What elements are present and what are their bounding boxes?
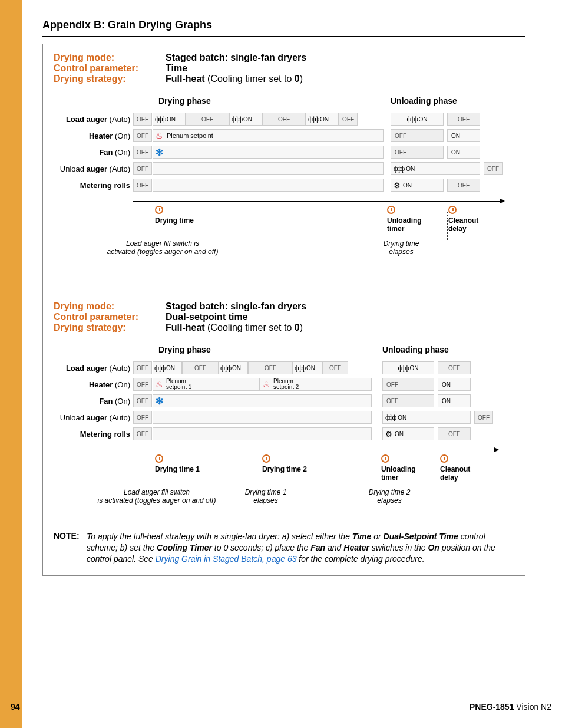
clock-icon <box>448 206 457 216</box>
footnote-drying-elapses: Drying timeelapses <box>366 239 437 256</box>
cell <box>153 411 372 424</box>
cell: ♨Plenum setpoint 2 <box>260 378 372 391</box>
cell: OFF <box>447 113 480 126</box>
cell: OFF <box>339 113 358 126</box>
chart-1: Drying phase Unloading phase Load auger … <box>54 95 514 272</box>
cell: OFF <box>447 179 480 192</box>
note-block: NOTE: To apply the full-heat strategy wi… <box>54 531 514 565</box>
auger-icon: ффф <box>220 364 230 373</box>
lbl-strategy: Drying strategy: <box>54 74 166 84</box>
row-heater: Heater (On) <box>54 129 130 143</box>
cell: ON <box>438 378 471 391</box>
auger-icon: ффф <box>394 164 404 173</box>
cell: OFF <box>438 361 471 374</box>
cell: ✻ <box>153 146 384 159</box>
cell <box>153 179 384 192</box>
cell: OFF <box>438 427 471 440</box>
cell: ♨Plenum setpoint <box>153 129 384 142</box>
page-footer: 94 PNEG-1851 Vision N2 <box>11 702 551 711</box>
row-metering: Metering rolls <box>54 179 130 193</box>
lbl-drying-time-2: Drying time 2 <box>262 465 307 473</box>
val-strategy: Full-heat (Cooling timer set to 0) <box>166 74 303 84</box>
cell: OFF <box>474 411 493 424</box>
cell: ффф ON <box>229 113 262 126</box>
cell: OFF <box>133 146 152 159</box>
cell: ффф ON <box>153 361 182 374</box>
cell: ✻ <box>153 394 372 407</box>
gear-icon: ⚙ <box>394 181 401 190</box>
footnote-dt1: Drying time 1elapses <box>236 488 295 505</box>
row-unload-auger: Unload auger (Auto) <box>54 411 130 425</box>
lbl-drying-time: Drying time <box>155 216 194 225</box>
lbl-unloading-timer: Unloading timer <box>387 216 428 233</box>
lbl-unloading-timer: Unloading timer <box>381 465 422 482</box>
cell: OFF <box>322 361 348 374</box>
section2-header: Drying mode: Staged batch: single-fan dr… <box>54 301 514 333</box>
cell: ⚙ON <box>391 179 444 192</box>
cell: OFF <box>133 411 152 424</box>
auger-icon: ффф <box>232 115 242 124</box>
chart-2: Drying phase Unloading phase Load auger … <box>54 344 514 521</box>
auger-icon: ффф <box>154 364 164 373</box>
cell: ON <box>447 146 480 159</box>
cell: ON <box>438 394 471 407</box>
lbl-cleanout-delay: Cleanout delay <box>448 216 485 233</box>
auger-icon: ффф <box>308 115 318 124</box>
timeline-arrow <box>133 201 504 202</box>
footnote-load-auger: Load auger fill switchis activated (togg… <box>83 488 230 505</box>
auger-icon: ффф <box>407 115 417 124</box>
cell: OFF <box>133 378 152 391</box>
cell: фффON <box>391 162 480 175</box>
val-drying-mode: Staged batch: single-fan dryers <box>166 301 306 312</box>
cell: OFF <box>133 427 152 440</box>
auger-icon: ффф <box>398 364 408 373</box>
doc-id: PNEG-1851 Vision N2 <box>470 702 551 711</box>
appendix-title: Appendix B: Grain Drying Graphs <box>42 19 525 37</box>
cell: OFF <box>133 361 152 374</box>
lbl-drying-phase: Drying phase <box>158 345 211 354</box>
note-label: NOTE: <box>54 531 87 565</box>
cell: OFF <box>133 113 152 126</box>
content-frame: Drying mode: Staged batch: single-fan dr… <box>42 44 525 576</box>
footnote-load-auger: Load auger fill switch isactivated (togg… <box>95 239 230 256</box>
page-number: 94 <box>11 702 20 711</box>
note-link[interactable]: Drying Grain in Staged Batch, page 63 <box>156 554 297 564</box>
val-control-param: Dual-setpoint time <box>166 312 248 322</box>
lbl-strategy: Drying strategy: <box>54 322 166 333</box>
flame-icon: ♨ <box>156 380 163 389</box>
cell: фффON <box>382 411 471 424</box>
auger-icon: ффф <box>155 115 165 124</box>
cell: ⚙ON <box>382 427 434 440</box>
auger-icon: ффф <box>385 413 395 422</box>
note-body: To apply the full-heat strategy with a s… <box>87 531 514 565</box>
lbl-drying-time-1: Drying time 1 <box>155 465 200 473</box>
cell <box>153 162 384 175</box>
gear-icon: ⚙ <box>385 430 392 439</box>
cell: ффф ON <box>306 113 339 126</box>
row-load-auger: Load auger (Auto) <box>54 113 130 127</box>
flame-icon: ♨ <box>156 131 163 140</box>
cell <box>153 427 372 440</box>
row-unload-auger: Unload auger (Auto) <box>54 162 130 176</box>
row-metering: Metering rolls <box>54 427 130 442</box>
clock-icon <box>155 206 163 216</box>
lbl-unloading-phase: Unloading phase <box>391 96 457 106</box>
lbl-drying-mode: Drying mode: <box>54 52 166 63</box>
footnote-dt2: Drying time 2elapses <box>360 488 419 505</box>
cell: ффф ON <box>153 113 186 126</box>
cell: ON <box>447 129 480 142</box>
cell: OFF <box>133 394 152 407</box>
fan-icon: ✻ <box>156 396 163 407</box>
cell: OFF <box>133 179 152 192</box>
val-drying-mode: Staged batch: single-fan dryers <box>166 52 306 63</box>
cell: OFF <box>382 394 434 407</box>
page-accent-bar <box>0 0 22 728</box>
cell: ффф ON <box>391 113 444 126</box>
timeline-arrow <box>133 450 498 450</box>
row-fan: Fan (On) <box>54 146 130 160</box>
clock-icon <box>381 454 389 465</box>
auger-icon: ффф <box>295 364 305 373</box>
clock-icon <box>262 454 270 465</box>
cell: ♨Plenum setpoint 1 <box>153 378 260 391</box>
val-strategy: Full-heat (Cooling timer set to 0) <box>166 322 303 333</box>
